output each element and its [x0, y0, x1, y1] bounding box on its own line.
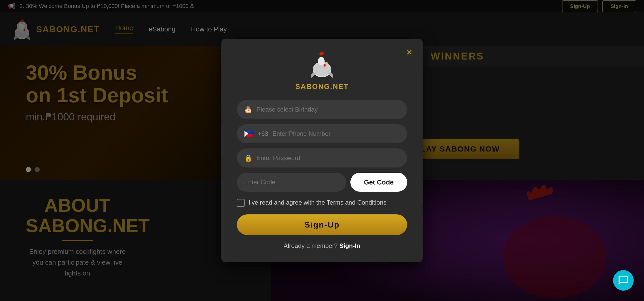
already-member: Already a member? Sign-In: [237, 242, 407, 249]
phone-flag-icon: 🇵🇭: [244, 129, 254, 138]
chat-button[interactable]: [613, 270, 634, 291]
modal-logo-text: SABONG.NET: [295, 82, 349, 91]
modal-rooster-icon: [307, 49, 337, 80]
phone-input[interactable]: [272, 130, 400, 137]
terms-checkbox[interactable]: [237, 199, 245, 207]
already-member-text: Already a member?: [284, 242, 337, 249]
signup-button[interactable]: Sign-Up: [237, 214, 407, 235]
password-input[interactable]: [256, 154, 400, 162]
signup-modal: × SABONG.NET 🎂 🇵🇭 +63 🔒: [221, 39, 423, 262]
password-field[interactable]: 🔒: [237, 148, 407, 168]
birthday-input[interactable]: [256, 106, 400, 113]
terms-text: I've read and agree with the Terms and C…: [249, 198, 387, 207]
svg-point-18: [318, 57, 325, 65]
get-code-button[interactable]: Get Code: [350, 173, 407, 192]
phone-field[interactable]: 🇵🇭 +63: [237, 124, 407, 143]
terms-row: I've read and agree with the Terms and C…: [237, 198, 407, 207]
birthday-field[interactable]: 🎂: [237, 100, 407, 119]
modal-close-button[interactable]: ×: [406, 46, 412, 58]
modal-logo: SABONG.NET: [237, 49, 407, 91]
lock-icon: 🔒: [244, 154, 252, 162]
code-row: Get Code: [237, 173, 407, 192]
code-input-wrap[interactable]: [237, 173, 346, 192]
code-input[interactable]: [244, 179, 339, 186]
birthday-icon: 🎂: [244, 106, 252, 114]
phone-code: +63: [258, 130, 268, 137]
signin-link[interactable]: Sign-In: [339, 242, 360, 249]
chat-icon: [618, 275, 629, 286]
